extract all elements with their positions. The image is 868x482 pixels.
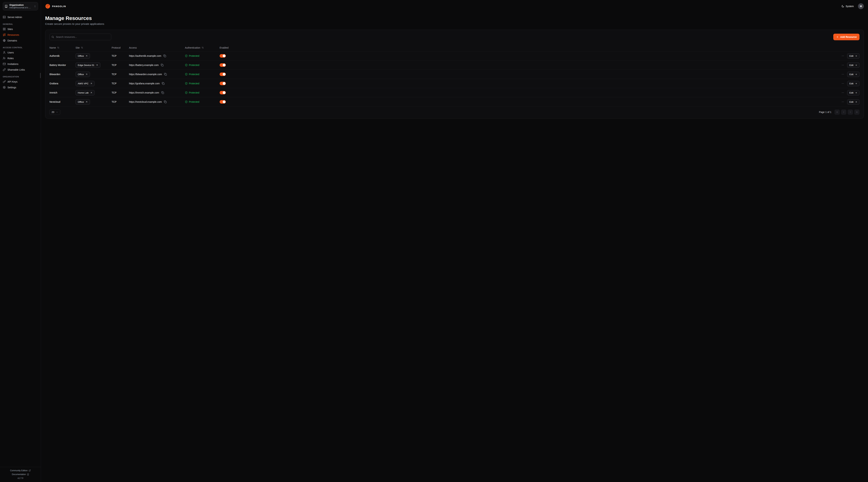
row-menu-button[interactable]	[841, 82, 844, 85]
documentation-link[interactable]: Documentation	[12, 473, 29, 476]
resource-name: Immich	[50, 91, 75, 94]
copy-button[interactable]	[163, 100, 167, 104]
org-selector[interactable]: Organization milo@fossorial.io's ...	[3, 2, 38, 10]
sidebar-footer: Community Edition Documentation v1.7.0	[0, 467, 41, 482]
sidebar-item-label: Users	[7, 51, 14, 54]
copy-button[interactable]	[160, 63, 164, 67]
search-input[interactable]	[50, 34, 111, 40]
plus-icon	[836, 36, 839, 38]
sidebar-item-label: API Keys	[7, 80, 18, 83]
last-page-button[interactable]	[854, 109, 860, 115]
edit-button[interactable]: Edit	[847, 72, 860, 77]
page-header: Manage Resources Create secure proxies t…	[41, 12, 868, 26]
copy-icon	[164, 100, 167, 103]
enabled-toggle[interactable]	[220, 54, 226, 58]
edit-label: Edit	[849, 73, 854, 76]
chevron-down-icon	[56, 111, 58, 113]
table-row: Battery Monitor Edge Device 01 TCP https…	[50, 61, 860, 70]
resources-icon	[3, 33, 6, 36]
previous-page-button[interactable]	[841, 109, 846, 115]
resource-url[interactable]: https://battery.example.com	[129, 64, 159, 66]
page-size-select[interactable]: 20	[50, 109, 60, 115]
arrow-right-icon	[855, 83, 857, 85]
first-page-button[interactable]	[835, 109, 840, 115]
chevrons-left-icon	[836, 111, 838, 113]
table-row: Bitwarden Office TCP https://bitwarden.e…	[50, 70, 860, 79]
sidebar-item-shareable-links[interactable]: Shareable Links	[0, 67, 41, 72]
column-header-site[interactable]: Site	[75, 46, 112, 49]
sidebar-scrollbar[interactable]	[40, 73, 41, 78]
add-resource-label: Add Resource	[840, 36, 857, 38]
resource-protocol: TCP	[112, 100, 129, 103]
sidebar-item-invitations[interactable]: Invitations	[0, 61, 41, 67]
row-menu-button[interactable]	[841, 54, 844, 58]
sidebar-item-api-keys[interactable]: API Keys	[0, 79, 41, 85]
community-edition-link[interactable]: Community Edition	[10, 469, 31, 472]
shield-check-icon	[185, 100, 188, 103]
copy-button[interactable]	[161, 82, 165, 85]
org-selector-text: Organization milo@fossorial.io's ...	[9, 4, 32, 9]
sidebar-item-sites[interactable]: Sites	[0, 26, 41, 32]
copy-button[interactable]	[161, 91, 164, 94]
enabled-toggle[interactable]	[220, 82, 226, 85]
column-header-protocol: Protocol	[112, 46, 129, 49]
moon-icon	[841, 5, 844, 8]
sidebar-item-users[interactable]: Users	[0, 50, 41, 55]
pagination-buttons	[835, 109, 860, 115]
copy-button[interactable]	[163, 54, 166, 58]
row-menu-button[interactable]	[841, 91, 844, 94]
column-header-authentication[interactable]: Authentication	[185, 46, 220, 49]
site-link-button[interactable]: Edge Device 01	[75, 62, 100, 68]
row-menu-button[interactable]	[841, 72, 844, 76]
enabled-toggle[interactable]	[220, 63, 226, 67]
sidebar-item-roles[interactable]: Roles	[0, 55, 41, 61]
search-box	[50, 34, 111, 40]
org-selector-title: Organization	[9, 4, 32, 6]
row-menu-button[interactable]	[841, 63, 844, 67]
enabled-toggle[interactable]	[220, 100, 226, 104]
sidebar-section-access-control: ACCESS CONTROL	[0, 43, 41, 50]
sidebar-item-resources[interactable]: Resources	[0, 32, 41, 38]
edit-button[interactable]: Edit	[847, 53, 860, 59]
resource-url[interactable]: https://bitwarden.example.com	[129, 73, 162, 76]
resource-url[interactable]: https://immich.example.com	[129, 91, 159, 94]
theme-toggle[interactable]: System	[841, 5, 854, 8]
sidebar-item-settings[interactable]: Settings	[0, 85, 41, 90]
site-link-button[interactable]: Office	[75, 99, 90, 105]
ellipsis-icon	[841, 64, 844, 66]
row-menu-button[interactable]	[841, 100, 844, 104]
edit-button[interactable]: Edit	[847, 81, 860, 86]
site-link-button[interactable]: Office	[75, 53, 90, 59]
avatar[interactable]: M	[858, 3, 864, 9]
site-link-button[interactable]: AWS VPC	[75, 81, 95, 86]
resource-protocol: TCP	[112, 55, 129, 57]
sidebar-item-label: Domains	[7, 39, 17, 42]
next-page-button[interactable]	[848, 109, 853, 115]
site-name: Home Lab	[78, 91, 89, 94]
edit-button[interactable]: Edit	[847, 62, 860, 68]
site-link-button[interactable]: Home Lab	[75, 90, 95, 95]
resource-url[interactable]: https://nextcloud.example.com	[129, 100, 162, 103]
column-label: Enabled	[220, 46, 228, 49]
add-resource-button[interactable]: Add Resource	[833, 34, 860, 40]
theme-label: System	[846, 5, 854, 8]
sidebar-item-server-admin[interactable]: Server Admin	[0, 14, 41, 20]
site-name: AWS VPC	[78, 82, 89, 85]
ellipsis-icon	[841, 91, 844, 94]
edit-button[interactable]: Edit	[847, 90, 860, 95]
column-header-name[interactable]: Name	[50, 46, 75, 49]
page-title: Manage Resources	[45, 15, 864, 21]
edit-button[interactable]: Edit	[847, 99, 860, 105]
brand-logo-link[interactable]: PANGOLIN	[45, 4, 66, 9]
community-edition-label: Community Edition	[10, 469, 28, 472]
sidebar-item-domains[interactable]: Domains	[0, 38, 41, 43]
enabled-toggle[interactable]	[220, 72, 226, 76]
enabled-toggle[interactable]	[220, 91, 226, 94]
resource-url[interactable]: https://grafana.example.com	[129, 82, 160, 85]
link-icon	[3, 68, 6, 71]
documentation-label: Documentation	[12, 473, 26, 476]
copy-button[interactable]	[164, 72, 167, 76]
resource-url[interactable]: https://authentik.example.com	[129, 55, 161, 57]
site-link-button[interactable]: Office	[75, 72, 90, 77]
column-label: Protocol	[112, 46, 121, 49]
